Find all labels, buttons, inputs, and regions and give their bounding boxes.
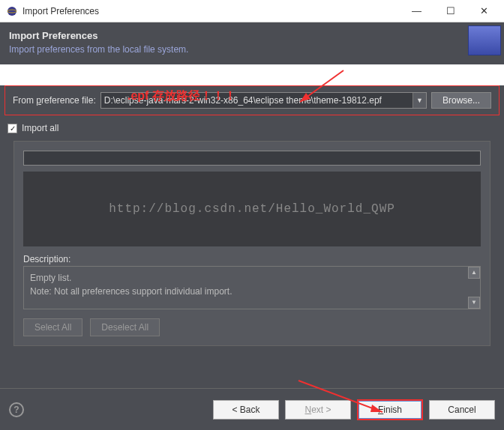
import-all-label: Import all bbox=[22, 123, 58, 133]
description-label: Description: bbox=[23, 254, 481, 264]
browse-button[interactable]: Browse... bbox=[431, 92, 491, 109]
dialog-body: .epf 存放路径！！！ From preference file: ▼ Bro… bbox=[0, 85, 504, 409]
file-label: From preference file: bbox=[13, 95, 96, 106]
eclipse-icon bbox=[6, 5, 18, 17]
window-title: Import Preferences bbox=[22, 6, 400, 16]
select-all-button[interactable]: Select All bbox=[23, 318, 82, 336]
maximize-button[interactable]: ☐ bbox=[434, 1, 467, 22]
scroll-down-icon[interactable]: ▼ bbox=[468, 297, 480, 309]
minimize-button[interactable]: — bbox=[400, 1, 434, 22]
deselect-all-button[interactable]: Deselect All bbox=[90, 318, 160, 336]
watermark-text: http://blog.csdn.net/Hello_World_QWP bbox=[109, 202, 395, 216]
import-all-checkbox[interactable]: ✓ bbox=[8, 124, 17, 133]
import-all-row: ✓ Import all bbox=[0, 115, 504, 136]
dialog-footer: ? < Back Next > Finish Cancel bbox=[0, 388, 504, 430]
header-title: Import Preferences bbox=[9, 30, 495, 41]
dialog-header: Import Preferences Import preferences fr… bbox=[0, 22, 504, 64]
scroll-up-icon[interactable]: ▲ bbox=[468, 267, 480, 279]
import-icon bbox=[468, 25, 501, 55]
description-line: Empty list. bbox=[30, 271, 474, 285]
header-subtitle: Import preferences from the local file s… bbox=[9, 44, 495, 55]
close-button[interactable]: ✕ bbox=[467, 1, 501, 22]
svg-point-0 bbox=[8, 7, 16, 16]
finish-button[interactable]: Finish bbox=[357, 399, 423, 420]
preferences-list: http://blog.csdn.net/Hello_World_QWP bbox=[23, 172, 481, 246]
back-button[interactable]: < Back bbox=[213, 400, 279, 420]
file-input[interactable] bbox=[101, 93, 412, 108]
chevron-down-icon[interactable]: ▼ bbox=[412, 93, 426, 108]
file-row: From preference file: ▼ Browse... bbox=[4, 85, 500, 115]
filter-input[interactable] bbox=[23, 151, 481, 166]
description-box: Empty list. Note: Not all preferences su… bbox=[23, 266, 481, 309]
file-combo[interactable]: ▼ bbox=[100, 92, 427, 109]
next-button: Next > bbox=[285, 400, 351, 420]
titlebar: Import Preferences — ☐ ✕ bbox=[0, 0, 504, 22]
description-line: Note: Not all preferences support indivi… bbox=[30, 285, 474, 298]
preferences-panel: http://blog.csdn.net/Hello_World_QWP Des… bbox=[14, 141, 490, 346]
cancel-button[interactable]: Cancel bbox=[429, 400, 495, 420]
help-icon[interactable]: ? bbox=[9, 402, 24, 417]
